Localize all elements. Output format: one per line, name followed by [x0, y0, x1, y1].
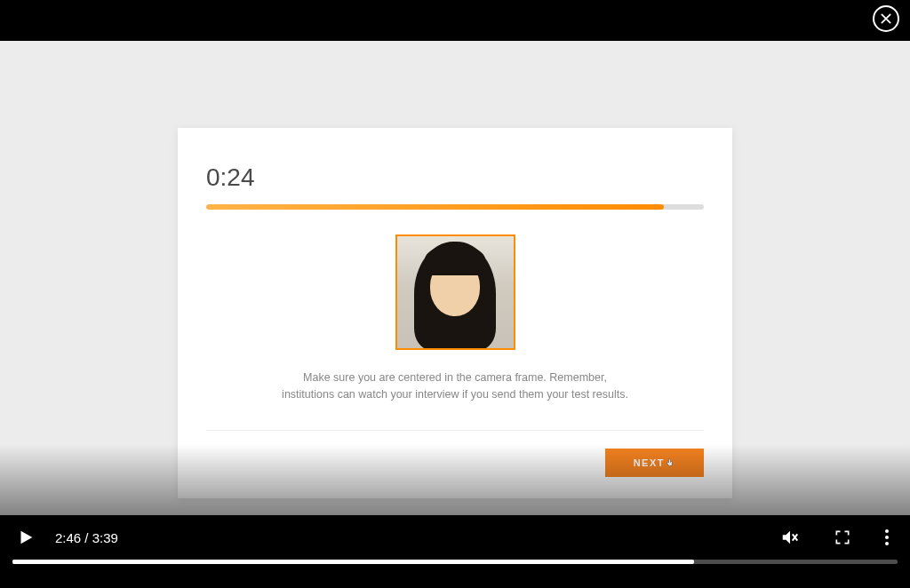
- duration: 3:39: [92, 530, 118, 545]
- play-icon: [16, 528, 36, 547]
- play-button[interactable]: [12, 524, 39, 551]
- video-player-controls: 2:46 / 3:39: [0, 515, 910, 588]
- controls-row: 2:46 / 3:39: [0, 515, 910, 552]
- close-x-icon: [880, 12, 892, 25]
- video-progress-track[interactable]: [12, 560, 898, 564]
- cursor-hand-icon: [665, 457, 675, 468]
- controls-right: [777, 524, 892, 551]
- next-button[interactable]: NEXT: [605, 449, 704, 477]
- time-display: 2:46 / 3:39: [55, 530, 118, 545]
- next-button-label: NEXT: [634, 457, 665, 468]
- camera-preview: [395, 234, 515, 350]
- volume-muted-icon: [780, 528, 800, 547]
- volume-muted-button[interactable]: [777, 524, 803, 551]
- top-bar: [0, 0, 910, 41]
- instruction-text: Make sure you are centered in the camera…: [277, 369, 633, 403]
- camera-preview-image: [397, 236, 514, 348]
- more-dots-icon: [885, 529, 889, 533]
- card-progress-fill: [206, 204, 664, 210]
- camera-check-card: 0:24 Make sure you are centered in the c…: [178, 128, 732, 498]
- video-progress-fill: [12, 560, 694, 564]
- controls-left: 2:46 / 3:39: [12, 524, 118, 551]
- more-options-button[interactable]: [882, 526, 892, 549]
- divider: [206, 430, 704, 431]
- fullscreen-button[interactable]: [830, 525, 855, 550]
- card-progress-track: [206, 204, 704, 210]
- close-button[interactable]: [873, 5, 899, 32]
- content-area: 0:24 Make sure you are centered in the c…: [0, 41, 910, 515]
- countdown-timer: 0:24: [206, 163, 704, 192]
- button-row: NEXT: [206, 449, 704, 477]
- current-time: 2:46: [55, 530, 81, 545]
- fullscreen-icon: [834, 528, 851, 546]
- time-separator: /: [81, 530, 92, 545]
